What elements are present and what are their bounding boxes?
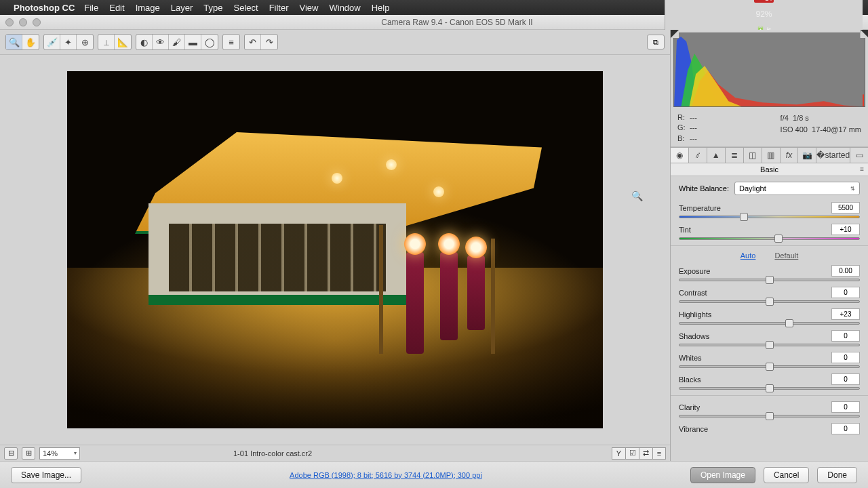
redeye-tool[interactable]: 👁: [153, 35, 169, 49]
slider-tint: Tint+10: [679, 224, 860, 240]
preferences-tool[interactable]: ≡: [223, 35, 239, 49]
zoom-in-button[interactable]: ⊞: [22, 447, 35, 460]
spot-removal-tool[interactable]: ◐: [136, 35, 153, 49]
workflow-link[interactable]: Adobe RGB (1998); 8 bit; 5616 by 3744 (2…: [290, 471, 482, 479]
compare-button[interactable]: Y: [612, 447, 625, 460]
radial-filter-tool[interactable]: ◯: [201, 35, 218, 49]
close-window-button[interactable]: [5, 18, 14, 26]
color-sampler-tool[interactable]: ✦: [60, 35, 77, 49]
tab-fx[interactable]: fx: [781, 148, 799, 163]
done-button[interactable]: Done: [817, 467, 857, 483]
zoom-window-button[interactable]: [33, 18, 41, 26]
rotate-ccw-tool[interactable]: ↶: [245, 35, 261, 49]
tab-basic[interactable]: ◉: [671, 148, 689, 163]
swap-button[interactable]: ⇄: [639, 447, 652, 460]
contrast-value[interactable]: 0: [831, 287, 860, 298]
preview-toggle[interactable]: ⧉: [647, 35, 665, 49]
menu-image[interactable]: Image: [136, 3, 160, 13]
wb-select[interactable]: Daylight ⇅: [734, 182, 860, 195]
tint-thumb[interactable]: [774, 235, 783, 243]
tint-value[interactable]: +10: [831, 224, 860, 235]
crop-tool[interactable]: ⟂: [98, 35, 115, 49]
svg-marker-1: [671, 30, 679, 38]
highlights-value[interactable]: +23: [831, 308, 860, 320]
straighten-tool[interactable]: 📐: [115, 35, 131, 49]
highlights-thumb[interactable]: [785, 319, 793, 327]
clarity-value[interactable]: 0: [831, 401, 860, 413]
menu-window[interactable]: Window: [329, 3, 360, 13]
exposure-track[interactable]: [679, 279, 860, 281]
auto-link[interactable]: Auto: [741, 251, 756, 260]
checkbox-button[interactable]: ☑: [625, 447, 639, 460]
graduated-filter-tool[interactable]: ▬: [185, 35, 201, 49]
default-link[interactable]: Default: [774, 251, 798, 260]
calendar-icon[interactable]: WED24: [754, 0, 773, 3]
contrast-thumb[interactable]: [766, 298, 774, 306]
menu-select[interactable]: Select: [233, 3, 258, 13]
wb-value: Daylight: [739, 184, 766, 192]
tab-presets[interactable]: �started: [816, 148, 850, 163]
zoom-tool[interactable]: 🔍: [6, 35, 22, 49]
blacks-track[interactable]: [679, 387, 860, 390]
highlight-clip-icon[interactable]: [860, 30, 868, 38]
settings-button[interactable]: ≡: [652, 447, 666, 460]
vibrance-value[interactable]: 0: [831, 423, 860, 434]
adjustment-brush-tool[interactable]: 🖌: [169, 35, 185, 49]
save-image-button[interactable]: Save Image...: [11, 467, 81, 483]
shadows-thumb[interactable]: [766, 341, 774, 349]
whites-track[interactable]: [679, 365, 860, 368]
app-name[interactable]: Photoshop CC: [14, 3, 75, 13]
open-image-button[interactable]: Open Image: [690, 467, 755, 483]
clarity-track[interactable]: [679, 415, 860, 418]
minimize-window-button[interactable]: [19, 18, 27, 26]
chevron-updown-icon: ⇅: [850, 186, 855, 192]
menu-help[interactable]: Help: [372, 3, 390, 13]
chevron-down-icon: ▾: [74, 450, 77, 456]
shadows-value[interactable]: 0: [831, 330, 860, 342]
cancel-button[interactable]: Cancel: [764, 467, 809, 483]
right-panel: R:--- G:--- B:--- f/4 1/8 s ISO 400 17-4…: [670, 30, 868, 461]
tint-track[interactable]: [679, 237, 860, 240]
rotate-cw-tool[interactable]: ↷: [261, 35, 277, 49]
mac-menubar: Photoshop CC File Edit Image Layer Type …: [0, 0, 868, 15]
tab-hsl[interactable]: ≣: [726, 148, 744, 163]
canvas[interactable]: 🔍: [0, 55, 670, 445]
window-title: Camera Raw 9.4 - Canon EOS 5D Mark II: [381, 18, 532, 27]
zoom-value: 14%: [43, 449, 58, 458]
whites-thumb[interactable]: [766, 363, 774, 371]
exposure-thumb[interactable]: [766, 276, 774, 284]
blacks-value[interactable]: 0: [831, 373, 860, 385]
exposure-value[interactable]: 0.00: [831, 265, 860, 277]
shadows-track[interactable]: [679, 344, 860, 346]
tab-split[interactable]: ◫: [744, 148, 762, 163]
temperature-track[interactable]: [679, 216, 860, 218]
tab-curve[interactable]: ⫽: [689, 148, 707, 163]
menu-view[interactable]: View: [300, 3, 319, 13]
clarity-thumb[interactable]: [766, 412, 774, 420]
target-adjust-tool[interactable]: ⊕: [77, 35, 93, 49]
zoom-level-field[interactable]: 14% ▾: [39, 447, 80, 460]
zoom-out-button[interactable]: ⊟: [4, 447, 18, 460]
menu-type[interactable]: Type: [203, 3, 222, 13]
highlights-track[interactable]: [679, 322, 860, 325]
menu-edit[interactable]: Edit: [109, 3, 124, 13]
tab-lens[interactable]: ▥: [762, 148, 781, 163]
histogram[interactable]: [673, 33, 865, 107]
tab-snapshots[interactable]: ▭: [850, 148, 868, 163]
panel-menu-icon[interactable]: ≡: [860, 165, 864, 173]
shadow-clip-icon[interactable]: [671, 30, 679, 38]
contrast-track[interactable]: [679, 300, 860, 303]
tab-camera[interactable]: 📷: [798, 148, 816, 163]
menu-filter[interactable]: Filter: [269, 3, 289, 13]
menu-file[interactable]: File: [84, 3, 98, 13]
temperature-value[interactable]: 5500: [831, 202, 860, 214]
menu-layer[interactable]: Layer: [171, 3, 193, 13]
tab-detail[interactable]: ▲: [707, 148, 726, 163]
wb-tool[interactable]: 💉: [44, 35, 60, 49]
hand-tool[interactable]: ✋: [22, 35, 39, 49]
temperature-thumb[interactable]: [740, 213, 748, 221]
whites-value[interactable]: 0: [831, 352, 860, 363]
blacks-thumb[interactable]: [766, 384, 774, 392]
svg-marker-2: [861, 30, 868, 38]
info-readout: R:--- G:--- B:--- f/4 1/8 s ISO 400 17-4…: [671, 110, 868, 147]
